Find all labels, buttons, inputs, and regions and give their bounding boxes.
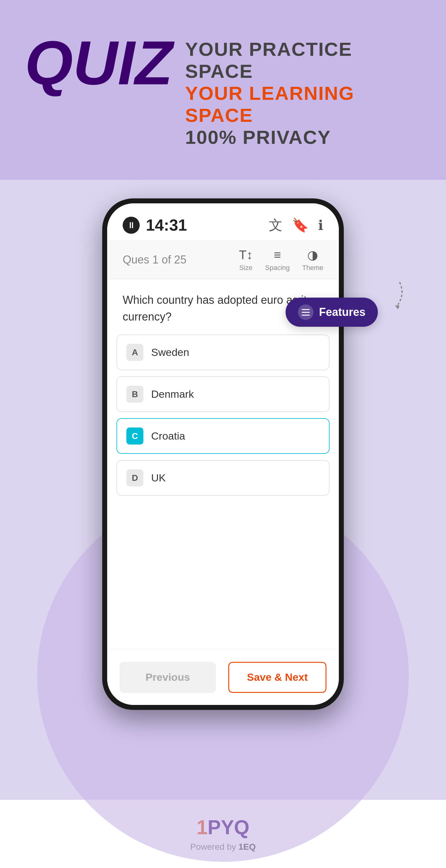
spacing-label: Spacing (265, 264, 290, 272)
option-a-letter: A (126, 344, 143, 361)
text-size-icon: T↕ (239, 248, 253, 262)
option-c-letter: C (126, 428, 143, 444)
options-container: A Sweden B Denmark C Croatia D UK (107, 335, 339, 505)
option-b-text: Denmark (151, 388, 194, 400)
features-bubble[interactable]: Features (285, 298, 378, 327)
size-label: Size (239, 264, 252, 272)
menu-line-2 (302, 312, 310, 313)
svg-marker-0 (395, 305, 400, 309)
timer-display: 14:31 (146, 216, 187, 235)
quiz-title: QUIZ YOUR PRACTICE SPACE YOUR LEARNING S… (25, 32, 421, 148)
curved-arrow (375, 276, 412, 314)
option-c-text: Croatia (151, 430, 185, 442)
option-d-letter: D (126, 469, 143, 486)
bookmark-icon[interactable]: 🔖 (292, 217, 309, 233)
option-d[interactable]: D UK (116, 460, 330, 496)
quiz-subtitle: YOUR PRACTICE SPACE YOUR LEARNING SPACE … (185, 32, 421, 148)
topbar-right: 文 🔖 ℹ (269, 216, 323, 235)
features-label: Features (319, 306, 366, 319)
option-a-text: Sweden (151, 346, 189, 359)
info-icon[interactable]: ℹ (318, 217, 323, 233)
save-next-button[interactable]: Save & Next (228, 662, 327, 693)
option-a[interactable]: A Sweden (116, 335, 330, 370)
phone-topbar: ⏸ 14:31 文 🔖 ℹ (107, 204, 339, 241)
quiz-word: QUIZ (25, 32, 173, 94)
theme-label: Theme (302, 264, 323, 272)
menu-line-1 (302, 309, 310, 310)
top-section: QUIZ YOUR PRACTICE SPACE YOUR LEARNING S… (0, 0, 446, 180)
option-c[interactable]: C Croatia (116, 418, 330, 454)
previous-button[interactable]: Previous (119, 662, 216, 693)
pause-icon: ⏸ (127, 220, 136, 230)
menu-line-3 (302, 315, 310, 316)
phone-frame: ⏸ 14:31 文 🔖 ℹ Ques 1 of 25 T↕ (102, 198, 344, 710)
question-bar: Ques 1 of 25 T↕ Size ≡ Spacing ◑ Theme (107, 241, 339, 279)
phone-section: Features ⏸ 14:31 文 (0, 180, 446, 800)
toolbar-spacing[interactable]: ≡ Spacing (265, 248, 290, 272)
topbar-left: ⏸ 14:31 (123, 216, 187, 235)
theme-icon: ◑ (307, 248, 318, 262)
phone-bottom: Previous Save & Next (107, 649, 339, 705)
question-label: Ques 1 of 25 (123, 253, 186, 266)
pause-button[interactable]: ⏸ (123, 217, 140, 234)
spacing-icon: ≡ (274, 248, 281, 262)
hero-line1: YOUR PRACTICE SPACE (185, 38, 421, 82)
toolbar-theme[interactable]: ◑ Theme (302, 248, 323, 272)
translate-icon[interactable]: 文 (269, 216, 282, 235)
hamburger-icon (298, 304, 313, 320)
option-b[interactable]: B Denmark (116, 376, 330, 412)
toolbar-icons: T↕ Size ≡ Spacing ◑ Theme (239, 248, 323, 272)
phone-inner: ⏸ 14:31 文 🔖 ℹ Ques 1 of 25 T↕ (107, 204, 339, 705)
option-d-text: UK (151, 472, 166, 484)
phone-screen: ⏸ 14:31 文 🔖 ℹ Ques 1 of 25 T↕ (107, 204, 339, 705)
hero-text: QUIZ YOUR PRACTICE SPACE YOUR LEARNING S… (0, 13, 446, 167)
hero-line2: YOUR LEARNING SPACE (185, 82, 421, 126)
option-b-letter: B (126, 385, 143, 403)
toolbar-size[interactable]: T↕ Size (239, 248, 253, 272)
hero-line3: 100% PRIVACY (185, 126, 421, 148)
